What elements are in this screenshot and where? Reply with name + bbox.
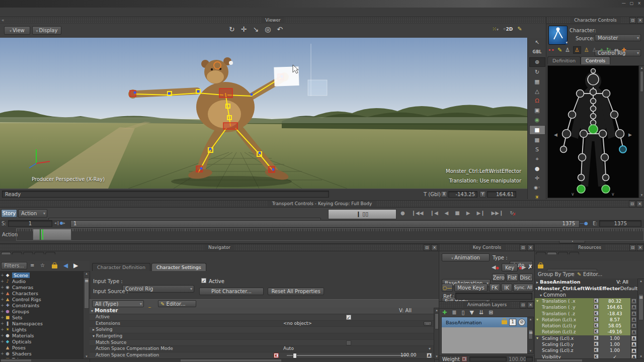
property-key-badge[interactable]: K [593, 298, 599, 304]
timeline-range-bar[interactable]: 1 1375 [70, 220, 580, 228]
start-frame-field[interactable]: 1 [8, 220, 52, 227]
asc-value[interactable]: 100.00 [400, 352, 417, 358]
snap-tool-icon[interactable]: △ [530, 87, 545, 96]
key-button[interactable]: Key [502, 263, 518, 272]
animation-menu-button[interactable]: ▾ Animation [442, 253, 490, 261]
close-panel-icon[interactable]: × [637, 244, 643, 251]
loop-toggle-icon[interactable]: ↻✗ [510, 210, 514, 216]
camera-pair-icon[interactable]: ◉◦ [530, 184, 545, 192]
tree-item[interactable]: Poses [0, 344, 83, 350]
property-value[interactable]: 8.57 [599, 317, 630, 323]
tree-expander[interactable]: + [0, 297, 5, 302]
minimize-icon[interactable]: — [622, 1, 626, 6]
rotate-tool-icon[interactable]: ↻ [530, 68, 545, 76]
float-panel-icon[interactable]: ⊡ [629, 201, 635, 207]
scale-tool-icon[interactable]: ▦ [530, 77, 545, 86]
resources-tab[interactable] [569, 252, 579, 254]
tree-item-label[interactable]: Scene [12, 273, 30, 278]
property-value[interactable]: -49.16 [599, 329, 630, 335]
wire-cube-icon[interactable]: ■ [530, 136, 545, 144]
goto-end-button[interactable]: ▶▶❙ [492, 210, 504, 216]
navigator-tab[interactable] [34, 252, 44, 254]
property-key-badge[interactable]: K [593, 311, 599, 317]
property-value[interactable]: 1.00 [599, 347, 630, 353]
next-key-red-icon[interactable]: ●▶ [519, 264, 526, 270]
layer-solo-badge[interactable]: 1 [509, 319, 516, 326]
weight-value[interactable]: 100.00 [509, 356, 526, 362]
joint-icon[interactable]: ✛ [530, 174, 545, 183]
range-slider-knob[interactable]: —● [580, 221, 588, 226]
tree-item-label[interactable]: Namespaces [12, 321, 43, 326]
tree-expander[interactable]: + [0, 279, 5, 284]
property-key-badge[interactable]: K [593, 354, 599, 358]
property-row[interactable]: Rotation (Lcl).y K 58.05 A [535, 323, 637, 329]
record-button[interactable]: ● [400, 210, 405, 216]
tree-expander[interactable]: + [0, 303, 5, 308]
delete-key-icon[interactable]: ✗ [528, 263, 533, 270]
property-key-badge[interactable]: K [593, 323, 599, 329]
frame-spinner[interactable]: ◂❙●▸ [54, 221, 65, 225]
property-row[interactable]: Translation ( .z K -18.43 A [535, 311, 637, 317]
navigator-tab[interactable] [1, 252, 11, 254]
tab-definition[interactable]: Definition [547, 56, 581, 64]
plot-character-button[interactable]: Plot Character... [199, 288, 264, 295]
property-anim-badge[interactable]: A [631, 299, 636, 304]
baseanimation-group[interactable]: BaseAnimation [540, 279, 581, 285]
frame-key-icon[interactable]: ▣ [530, 106, 545, 115]
property-row[interactable]: Scaling (Lcl).y K 1.00 A [535, 341, 637, 347]
tree-item[interactable]: + Characters [0, 290, 83, 296]
tree-expander[interactable]: + [0, 333, 5, 338]
prev-key-red-icon[interactable]: ◀● [492, 264, 499, 270]
mirror-icon[interactable]: ⇔ [614, 47, 618, 53]
tree-item[interactable]: + Cameras [0, 284, 83, 290]
row-retargeting[interactable]: ▾ Retargeting [90, 333, 434, 340]
layer-mute-icon[interactable]: ⊘ [518, 319, 525, 326]
property-row[interactable]: Visibility K ✓ A [535, 354, 637, 358]
tree-item[interactable]: + Scene [0, 272, 83, 278]
viewport-3d[interactable]: Producer Perspective (X-Ray) Monster_Ctr… [0, 38, 527, 189]
monster-group-header[interactable]: Monster [95, 308, 118, 313]
active-checkbox[interactable]: ✓ [201, 278, 206, 283]
property-row[interactable]: Rotation (Lcl).x K 8.57 A [535, 317, 637, 323]
float-panel-icon[interactable]: ⊡ [629, 244, 636, 251]
close-panel-icon[interactable]: × [527, 302, 534, 308]
res-editor-button[interactable]: Editor... [583, 272, 602, 277]
float-panel-icon[interactable]: ⊡ [424, 244, 430, 251]
tree-item-label[interactable]: Cameras [12, 285, 33, 290]
undo-view-icon[interactable]: ↶ [277, 25, 283, 33]
row-solving[interactable]: ▸ Solving [90, 327, 434, 333]
row-active[interactable]: Active ✓ [90, 314, 434, 321]
character-rep-icon[interactable]: ♙ [565, 47, 570, 53]
weight-box[interactable] [526, 356, 533, 361]
favorite-star-icon[interactable]: ☆ [40, 262, 45, 268]
magnet-constraint-icon[interactable]: Ω [530, 97, 545, 105]
skeleton-dim-icon[interactable]: ♙ [592, 47, 597, 53]
extensions-browse-button[interactable]: ... [424, 321, 432, 326]
translate-tool-icon[interactable]: ⊕ [529, 57, 545, 67]
pin-rotation-icon[interactable]: ↻ [606, 47, 611, 53]
tree-item[interactable]: + Lights [0, 326, 83, 332]
layers-scrollbar[interactable]: ▴≡▾ [527, 317, 534, 354]
tree-item-label[interactable]: Lights [12, 327, 27, 332]
tree-expander[interactable]: + [0, 339, 5, 344]
tree-item-label[interactable]: Materials [12, 333, 34, 338]
property-key-badge[interactable]: K [593, 317, 599, 323]
x-coordinate-field[interactable]: -143.25 [448, 191, 477, 198]
display-menu-button[interactable]: ▾ Display [32, 26, 61, 35]
weight-key-badge[interactable]: K [462, 356, 467, 361]
tree-expander[interactable]: + [0, 291, 5, 296]
property-anim-badge[interactable]: A [631, 354, 636, 358]
tree-item[interactable]: + Opticals [0, 338, 83, 344]
add-layer-icon[interactable]: ✚ [442, 309, 447, 316]
cc-scrollbar[interactable]: ▴▾ [639, 65, 644, 198]
effector-object-group[interactable]: Monster_Ctrl:LeftWristEffector [538, 286, 620, 291]
list-view-icon[interactable]: ≡ [30, 262, 34, 268]
filters-button[interactable]: Filters... [1, 262, 27, 269]
property-anim-badge[interactable]: A [631, 348, 636, 353]
property-anim-badge[interactable]: A [631, 323, 636, 328]
tree-expander[interactable]: + [0, 315, 5, 320]
close-panel-icon[interactable]: × [527, 244, 534, 251]
collapse-icon[interactable]: « [2, 17, 5, 24]
close-icon[interactable]: × [637, 1, 641, 6]
thumbnail-dropdown-icon[interactable]: ▾ [566, 41, 568, 45]
